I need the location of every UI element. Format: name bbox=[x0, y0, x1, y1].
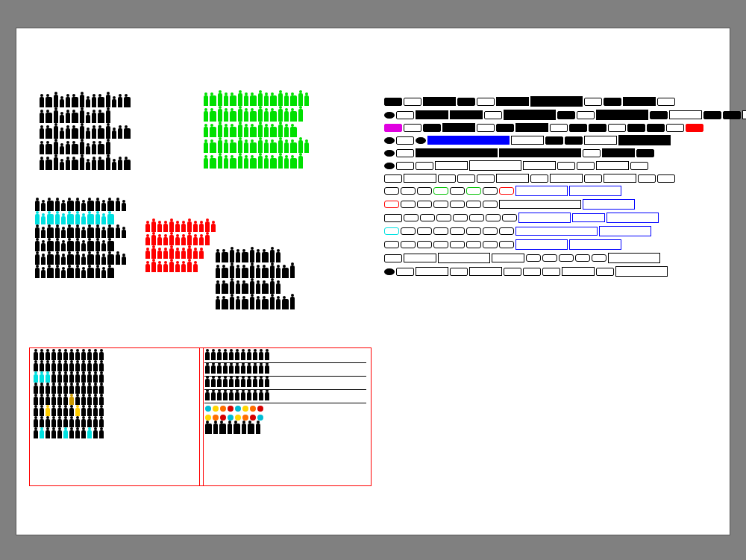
vehicle-glyph-bike bbox=[384, 163, 395, 169]
person-glyph bbox=[244, 142, 248, 153]
person-glyph bbox=[224, 111, 228, 122]
person-glyph bbox=[106, 95, 110, 107]
person-glyph bbox=[223, 392, 228, 400]
person-glyph bbox=[75, 268, 80, 278]
person-glyph bbox=[54, 110, 58, 123]
person-glyph bbox=[270, 297, 275, 309]
vehicle-glyph-bus bbox=[469, 160, 521, 171]
vehicle-glyph-bus bbox=[569, 186, 621, 196]
person-glyph bbox=[92, 97, 96, 107]
vehicle-glyph-top bbox=[575, 254, 590, 262]
person-glyph bbox=[81, 257, 86, 265]
person-glyph bbox=[81, 230, 86, 238]
vehicle-glyph-bus bbox=[606, 213, 659, 223]
vehicle-glyph-top bbox=[542, 254, 557, 262]
person-glyph bbox=[219, 424, 226, 434]
vehicle-glyph-car bbox=[457, 98, 475, 106]
vehicle-glyph-car bbox=[657, 174, 675, 183]
marker-dot bbox=[228, 415, 233, 421]
person-glyph bbox=[87, 352, 92, 360]
person-glyph bbox=[116, 254, 120, 265]
person-glyph bbox=[40, 113, 44, 123]
vehicle-glyph-truck bbox=[442, 123, 475, 132]
vehicle-glyph-bike bbox=[384, 112, 395, 119]
person-glyph bbox=[157, 251, 162, 259]
marker-dot bbox=[250, 415, 256, 421]
person-glyph bbox=[63, 386, 68, 394]
person-glyph bbox=[80, 95, 84, 107]
person-glyph bbox=[229, 392, 233, 400]
person-glyph bbox=[61, 243, 66, 251]
vehicle-glyph-car bbox=[723, 111, 741, 119]
marker-dot bbox=[235, 406, 241, 412]
vehicle-glyph-car bbox=[384, 254, 402, 262]
person-glyph bbox=[229, 352, 233, 360]
person-glyph bbox=[258, 109, 263, 122]
person-glyph bbox=[51, 374, 56, 383]
person-glyph bbox=[250, 127, 257, 137]
person-glyph bbox=[242, 424, 246, 434]
person-glyph bbox=[81, 352, 86, 360]
person-glyph bbox=[262, 268, 269, 278]
person-glyph bbox=[35, 201, 40, 211]
vehicle-glyph-truck bbox=[416, 267, 448, 276]
person-glyph bbox=[80, 110, 84, 123]
vehicle-glyph-car bbox=[577, 111, 595, 119]
person-glyph bbox=[86, 99, 90, 107]
person-glyph bbox=[235, 392, 239, 400]
person-glyph bbox=[259, 352, 263, 360]
vehicle-glyph-car bbox=[396, 111, 414, 119]
person-glyph bbox=[81, 270, 86, 278]
person-glyph bbox=[290, 297, 295, 309]
person-glyph bbox=[169, 248, 174, 259]
person-glyph bbox=[81, 386, 86, 394]
person-glyph bbox=[233, 424, 240, 434]
person-glyph bbox=[276, 299, 280, 309]
person-glyph bbox=[187, 221, 192, 232]
people-boxed-grid-left bbox=[29, 347, 204, 486]
person-glyph bbox=[40, 97, 44, 107]
person-glyph bbox=[278, 156, 283, 169]
people-cluster-black-right bbox=[215, 249, 327, 312]
person-glyph bbox=[41, 203, 46, 211]
vehicle-glyph-top bbox=[466, 187, 481, 195]
person-glyph bbox=[217, 365, 222, 374]
person-glyph bbox=[87, 363, 92, 371]
person-glyph bbox=[41, 270, 46, 278]
marker-dot bbox=[220, 406, 226, 412]
person-glyph bbox=[241, 392, 245, 400]
person-glyph bbox=[63, 419, 68, 427]
person-glyph bbox=[107, 254, 114, 265]
person-glyph bbox=[75, 408, 80, 416]
person-glyph bbox=[67, 201, 74, 211]
person-glyph bbox=[98, 160, 104, 170]
person-glyph bbox=[61, 230, 66, 238]
person-glyph bbox=[40, 419, 44, 427]
vehicle-glyph-truck bbox=[404, 254, 436, 262]
person-glyph bbox=[107, 214, 114, 224]
person-glyph bbox=[298, 156, 303, 169]
person-glyph bbox=[93, 397, 98, 405]
person-glyph bbox=[216, 268, 220, 278]
person-glyph bbox=[34, 397, 38, 405]
shelf-line bbox=[204, 362, 366, 363]
person-glyph bbox=[205, 379, 210, 387]
vehicle-glyph-top bbox=[450, 241, 465, 248]
person-glyph bbox=[218, 109, 222, 122]
person-glyph bbox=[40, 352, 44, 360]
person-glyph bbox=[210, 127, 216, 137]
person-glyph bbox=[218, 156, 222, 169]
person-glyph bbox=[35, 254, 40, 265]
person-glyph bbox=[107, 241, 114, 251]
vehicle-glyph-bus bbox=[515, 239, 568, 250]
vehicle-glyph-top bbox=[450, 187, 465, 195]
person-glyph bbox=[270, 127, 277, 137]
person-glyph bbox=[247, 392, 251, 400]
person-glyph bbox=[57, 363, 62, 371]
vehicle-glyph-top bbox=[433, 227, 448, 235]
person-glyph bbox=[211, 352, 216, 360]
vehicle-glyph-top bbox=[453, 214, 468, 221]
person-glyph bbox=[244, 127, 248, 137]
person-glyph bbox=[66, 97, 70, 107]
person-glyph bbox=[230, 95, 236, 106]
